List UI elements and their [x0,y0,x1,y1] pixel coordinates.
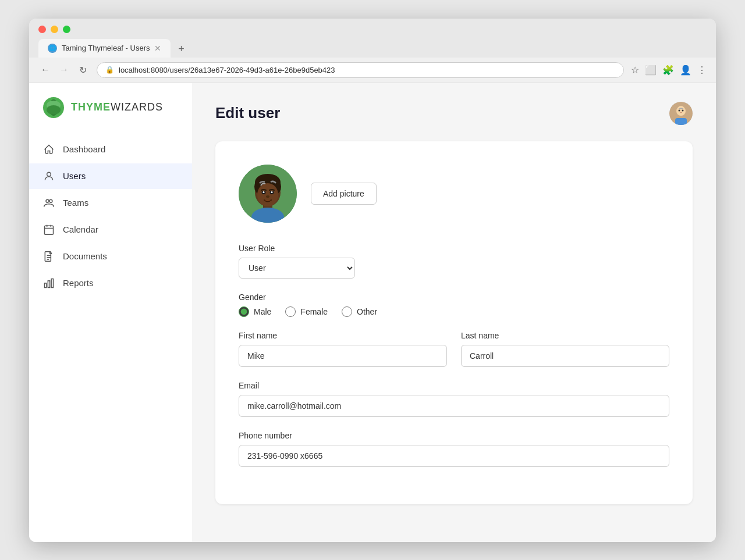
email-group: Email [239,381,669,417]
sidebar-item-users[interactable]: Users [29,163,192,189]
person-icon [43,170,55,182]
url-text: localhost:8080/users/26a13e67-2026-49d3-… [119,66,335,74]
sidebar-label-teams: Teams [63,198,88,208]
user-role-group: User Role User Admin Manager [239,244,669,279]
file-icon [43,251,55,262]
gender-male-radio[interactable] [239,306,249,317]
gender-female-radio[interactable] [285,306,296,317]
svg-point-34 [263,191,265,193]
house-icon [43,144,55,155]
sidebar-item-dashboard[interactable]: Dashboard [29,137,192,162]
browser-actions: ☆ ⬜ 🧩 👤 ⋮ [631,65,707,76]
edit-user-form: Add picture User Role User Admin Manager… [215,141,693,504]
sidebar-item-reports[interactable]: Reports [29,270,192,296]
gender-group: Gender Male Female Other [239,293,669,317]
nav-list: Dashboard Users [29,137,192,296]
profile-icon[interactable]: 👤 [680,65,691,76]
name-row: First name Last name [239,331,669,367]
gender-male-label[interactable]: Male [239,306,271,317]
svg-rect-17 [51,279,53,287]
bookmark-icon[interactable]: ☆ [631,65,639,76]
gender-label: Gender [239,293,669,302]
bar-chart-icon [43,277,55,289]
header-user-avatar[interactable] [669,102,693,125]
sidebar-item-calendar[interactable]: Calendar [29,217,192,242]
maximize-button[interactable] [63,26,70,33]
page-header: Edit user [215,102,693,125]
phone-label: Phone number [239,431,669,440]
svg-point-35 [271,191,273,193]
gender-other-label[interactable]: Other [342,306,377,317]
last-name-label: Last name [461,331,669,340]
lock-icon: 🔒 [105,66,114,74]
svg-point-36 [266,195,269,198]
first-name-group: First name [239,331,447,367]
last-name-group: Last name [461,331,669,367]
tab-close-icon[interactable]: ✕ [154,44,161,53]
svg-rect-20 [675,118,687,125]
sidebar-label-calendar: Calendar [63,224,98,234]
back-button[interactable]: ← [38,65,52,75]
gender-other-radio[interactable] [342,306,352,317]
user-role-select[interactable]: User Admin Manager [239,258,355,279]
nav-buttons: ← → ↻ [38,65,90,76]
close-button[interactable] [38,26,46,33]
svg-point-23 [682,109,684,111]
sidebar: THYME WIZARDS Dashboard [29,83,192,542]
gender-female-label[interactable]: Female [285,306,328,317]
gender-male-text: Male [254,307,271,316]
add-picture-button[interactable]: Add picture [311,183,377,205]
email-input[interactable] [239,395,669,417]
last-name-input[interactable] [461,345,669,367]
forward-button[interactable]: → [57,65,71,75]
first-name-input[interactable] [239,345,447,367]
logo-text: THYME WIZARDS [71,101,163,113]
logo-wizards: WIZARDS [111,101,163,113]
logo-icon [43,97,64,118]
address-bar: ← → ↻ 🔒 localhost:8080/users/26a13e67-20… [29,58,716,83]
menu-icon[interactable]: ⋮ [697,65,707,76]
first-name-label: First name [239,331,447,340]
sidebar-label-dashboard: Dashboard [63,144,105,154]
svg-point-6 [49,199,52,202]
people-icon [43,197,55,209]
tab-title: Taming Thymeleaf - Users [62,44,150,52]
traffic-lights [38,26,707,33]
user-role-label: User Role [239,244,669,253]
sidebar-label-reports: Reports [63,278,94,288]
email-label: Email [239,381,669,390]
active-tab[interactable]: 🌐 Taming Thymeleaf - Users ✕ [38,39,171,58]
gender-other-text: Other [357,307,377,316]
browser-window: 🌐 Taming Thymeleaf - Users ✕ + ← → ↻ 🔒 l… [29,19,716,542]
svg-rect-16 [48,280,49,287]
sidebar-item-teams[interactable]: Teams [29,190,192,216]
svg-point-22 [679,109,680,111]
svg-rect-7 [45,226,54,234]
svg-point-4 [47,172,51,176]
cast-icon[interactable]: ⬜ [645,65,657,76]
tab-bar: 🌐 Taming Thymeleaf - Users ✕ + [38,39,707,58]
gender-female-text: Female [300,307,328,316]
url-bar[interactable]: 🔒 localhost:8080/users/26a13e67-2026-49d… [97,62,624,78]
sidebar-label-users: Users [63,171,86,181]
extensions-icon[interactable]: 🧩 [662,65,674,76]
title-bar: 🌐 Taming Thymeleaf - Users ✕ + [29,19,716,58]
svg-rect-15 [45,283,47,288]
user-avatar [239,165,297,223]
calendar-icon [43,224,55,236]
main-content: Edit user [192,83,716,542]
tab-favicon: 🌐 [48,44,57,53]
gender-options: Male Female Other [239,306,669,317]
new-tab-button[interactable]: + [173,41,189,58]
sidebar-item-documents[interactable]: Documents [29,244,192,269]
avatar-section: Add picture [239,165,669,223]
app-container: THYME WIZARDS Dashboard [29,83,716,542]
phone-group: Phone number [239,431,669,467]
page-title: Edit user [215,104,280,122]
reload-button[interactable]: ↻ [76,65,90,76]
minimize-button[interactable] [51,26,58,33]
svg-point-3 [47,105,61,115]
phone-input[interactable] [239,445,669,467]
logo-area: THYME WIZARDS [29,97,192,137]
sidebar-label-documents: Documents [63,251,107,261]
